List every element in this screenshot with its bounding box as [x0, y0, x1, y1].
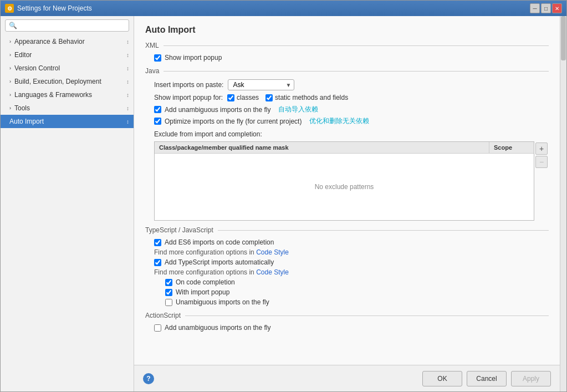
table-body: No exclude patterns — [155, 154, 534, 220]
arrow-icon: › — [9, 105, 11, 111]
find-more-text-1: Find more configuration options in — [154, 248, 254, 256]
sidebar-item-version-control[interactable]: › Version Control ↕ — [1, 62, 134, 75]
sidebar-item-label: Build, Execution, Deployment — [14, 78, 101, 85]
insert-imports-row: Insert imports on paste: Ask Always Neve… — [145, 79, 549, 90]
panel-title: Auto Import — [145, 25, 549, 35]
classes-checkbox[interactable] — [227, 94, 234, 101]
sync-icon: ↕ — [126, 92, 129, 98]
show-import-popup-checkbox[interactable] — [154, 54, 161, 62]
xml-section-divider: XML — [145, 42, 549, 49]
insert-imports-label: Insert imports on paste: — [154, 81, 223, 89]
apply-button[interactable]: Apply — [511, 371, 551, 386]
sync-icon: ↕ — [126, 52, 129, 58]
sidebar-item-tools[interactable]: › Tools ↕ — [1, 101, 134, 115]
find-more-text-2: Find more configuration options in — [154, 268, 254, 276]
minimize-button[interactable]: ─ — [530, 3, 540, 13]
content-area: 🔍 › Appearance & Behavior ↕ › Editor ↕ ›… — [1, 16, 566, 391]
code-style-link-1[interactable]: Code Style — [256, 248, 289, 256]
actionscript-section-divider: ActionScript — [145, 312, 549, 319]
scrollbar[interactable] — [560, 16, 566, 391]
sidebar: 🔍 › Appearance & Behavior ↕ › Editor ↕ ›… — [1, 16, 134, 391]
add-unambiguous-annotation: 自动导入依赖 — [278, 105, 318, 114]
optimize-imports-label: Optimize imports on the fly (for current… — [165, 118, 302, 125]
window-controls: ─ □ ✕ — [530, 3, 562, 13]
sidebar-item-languages[interactable]: › Languages & Frameworks ↕ — [1, 88, 134, 101]
static-methods-option: static methods and fields — [265, 94, 348, 101]
help-button[interactable]: ? — [143, 373, 154, 384]
sync-icon: ↕ — [126, 105, 129, 111]
table-col1-header: Class/package/member qualified name mask — [155, 142, 489, 153]
title-bar: ⚙ Settings for New Projects ─ □ ✕ — [1, 1, 566, 16]
no-patterns-text: No exclude patterns — [315, 183, 374, 191]
with-import-popup-checkbox[interactable] — [165, 289, 172, 296]
sidebar-item-label: Languages & Frameworks — [14, 91, 92, 99]
remove-pattern-button[interactable]: − — [535, 156, 548, 168]
sidebar-item-auto-import[interactable]: Auto Import ↕ — [1, 115, 134, 128]
cancel-button[interactable]: Cancel — [467, 371, 507, 386]
actionscript-unambiguous-checkbox[interactable] — [154, 324, 161, 332]
close-button[interactable]: ✕ — [552, 3, 562, 13]
sidebar-item-appearance[interactable]: › Appearance & Behavior ↕ — [1, 35, 134, 48]
arrow-icon: › — [9, 92, 11, 98]
arrow-icon: › — [9, 52, 11, 58]
sidebar-item-editor[interactable]: › Editor ↕ — [1, 48, 134, 62]
app-icon: ⚙ — [5, 4, 14, 13]
ok-button[interactable]: OK — [422, 371, 462, 386]
main-panel: Auto Import XML Show import popup Java I… — [134, 16, 560, 391]
add-pattern-button[interactable]: + — [535, 142, 548, 155]
find-more-row-1: Find more configuration options in Code … — [145, 248, 549, 256]
java-section-label: Java — [145, 67, 159, 75]
help-icon: ? — [146, 375, 150, 383]
main-content: Auto Import XML Show import popup Java I… — [134, 16, 560, 365]
sync-icon: ↕ — [126, 39, 129, 45]
sidebar-item-label: Appearance & Behavior — [14, 38, 85, 45]
insert-imports-select-wrap: Ask Always Never ▼ — [228, 79, 294, 90]
add-ts-row: Add TypeScript imports automatically — [145, 258, 549, 266]
actionscript-section-label: ActionScript — [145, 312, 181, 319]
unambiguous-label: Unambiguous imports on the fly — [176, 298, 269, 306]
search-input[interactable] — [19, 22, 125, 29]
bottom-bar: ? OK Cancel Apply — [134, 365, 560, 391]
insert-imports-select[interactable]: Ask Always Never — [228, 79, 294, 90]
show-import-popup-label: Show import popup — [165, 54, 222, 62]
divider-line — [185, 315, 549, 316]
xml-section-label: XML — [145, 42, 159, 49]
on-code-completion-label: On code completion — [176, 278, 235, 286]
with-import-popup-label: With import popup — [176, 288, 229, 296]
search-box[interactable]: 🔍 — [5, 19, 129, 32]
optimize-annotation: 优化和删除无关依赖 — [309, 116, 369, 126]
sidebar-item-label: Version Control — [14, 64, 60, 72]
sidebar-item-label: Tools — [14, 104, 30, 112]
main-window: ⚙ Settings for New Projects ─ □ ✕ 🔍 › Ap… — [0, 0, 567, 392]
sidebar-item-label: Editor — [14, 51, 32, 59]
show-popup-row: Show import popup for: classes static me… — [145, 94, 549, 101]
optimize-imports-checkbox[interactable] — [154, 118, 161, 125]
unambiguous-checkbox[interactable] — [165, 299, 172, 306]
sync-icon: ↕ — [126, 119, 129, 125]
show-import-popup-row: Show import popup — [145, 54, 549, 62]
scrollbar-thumb[interactable] — [561, 16, 566, 60]
window-title: Settings for New Projects — [17, 4, 527, 12]
add-ts-checkbox[interactable] — [154, 259, 161, 266]
on-code-completion-checkbox[interactable] — [165, 279, 172, 286]
actionscript-unambiguous-row: Add unambiguous imports on the fly — [145, 324, 549, 332]
find-more-row-2: Find more configuration options in Code … — [145, 268, 549, 276]
divider-line — [164, 45, 549, 46]
arrow-icon: › — [9, 79, 11, 84]
table-header: Class/package/member qualified name mask… — [155, 142, 534, 154]
static-methods-label: static methods and fields — [275, 94, 348, 101]
java-section-divider: Java — [145, 67, 549, 75]
add-es6-label: Add ES6 imports on code completion — [165, 238, 274, 246]
arrow-icon: › — [9, 39, 11, 44]
code-style-link-2[interactable]: Code Style — [256, 268, 289, 276]
add-es6-checkbox[interactable] — [154, 239, 161, 246]
static-methods-checkbox[interactable] — [265, 94, 273, 101]
search-icon: 🔍 — [9, 22, 17, 29]
sidebar-item-build[interactable]: › Build, Execution, Deployment ↕ — [1, 75, 134, 88]
exclude-label: Exclude from import and completion: — [154, 130, 549, 138]
maximize-button[interactable]: □ — [541, 3, 551, 13]
add-unambiguous-checkbox[interactable] — [154, 106, 161, 113]
optimize-imports-row: Optimize imports on the fly (for current… — [145, 116, 549, 126]
divider-line — [218, 230, 549, 231]
exclude-table-wrap: Class/package/member qualified name mask… — [154, 141, 549, 221]
